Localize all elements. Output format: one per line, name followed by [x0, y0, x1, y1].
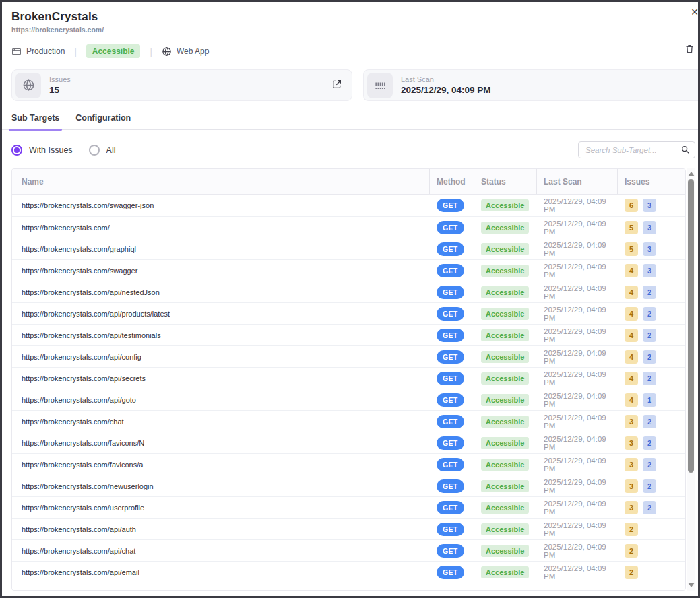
- radio-all-label: All: [106, 145, 116, 155]
- table-row[interactable]: https://brokencrystals.com/newuserlogin …: [12, 475, 685, 496]
- status-badge: Accessible: [481, 394, 529, 406]
- table-row[interactable]: https://brokencrystals.com/api/nestedJso…: [12, 281, 685, 302]
- trash-icon: [685, 44, 695, 54]
- table-row[interactable]: https://brokencrystals.com/chat GET Acce…: [12, 410, 685, 432]
- issues-low-badge: 2: [643, 479, 656, 493]
- method-badge: GET: [437, 242, 464, 256]
- table-row[interactable]: https://brokencrystals.com/swagger-json …: [12, 195, 685, 216]
- delete-target-button[interactable]: [685, 44, 695, 57]
- tab-bar: Sub Targets Configuration: [2, 113, 698, 130]
- table-row[interactable]: https://brokencrystals.com/userprofile G…: [12, 496, 685, 518]
- table-row[interactable]: https://brokencrystals.com/api/chat GET …: [12, 539, 685, 561]
- method-badge: GET: [437, 372, 464, 385]
- last-scan-value: 2025/12/29, 04:09 PM: [537, 543, 618, 559]
- search-input[interactable]: [578, 141, 695, 158]
- issues-high-badge: 4: [625, 329, 638, 342]
- issues-low-badge: 2: [643, 286, 656, 299]
- method-badge: GET: [437, 329, 464, 342]
- last-scan-value: 2025/12/29, 04:09 PM: [537, 284, 618, 300]
- scroll-down-arrow[interactable]: [687, 580, 695, 589]
- radio-selected-icon[interactable]: [11, 145, 22, 156]
- table-scrollbar[interactable]: [687, 168, 695, 591]
- table-row[interactable]: https://brokencrystals.com/swagger GET A…: [12, 259, 685, 281]
- subtarget-url: https://brokencrystals.com/api/config: [12, 353, 430, 361]
- table-row[interactable]: https://brokencrystals.com/api/auth GET …: [12, 518, 685, 539]
- monitor-icon: [11, 46, 22, 57]
- radio-all[interactable]: All: [89, 145, 116, 156]
- subtarget-url: https://brokencrystals.com/newuserlogin: [12, 482, 430, 490]
- table-row[interactable]: https://brokencrystals.com/api/goto GET …: [12, 389, 685, 410]
- issues-high-badge: 4: [625, 307, 638, 321]
- issues-low-badge: 3: [643, 242, 656, 256]
- table-header: Name Method Status Last Scan Issues: [12, 169, 685, 195]
- status-badge: Accessible: [86, 44, 141, 58]
- last-scan-card: Last Scan 2025/12/29, 04:09 PM: [363, 69, 698, 101]
- method-badge: GET: [437, 350, 464, 364]
- table-row[interactable]: https://brokencrystals.com/api/testimoni…: [12, 324, 685, 345]
- issues-icon-box: [15, 73, 41, 98]
- last-scan-value: 2025/12/29, 04:09 PM: [537, 306, 618, 322]
- tab-configuration[interactable]: Configuration: [75, 113, 131, 129]
- divider: |: [150, 46, 152, 57]
- issues-high-badge: 3: [625, 458, 638, 471]
- column-header-method: Method: [430, 169, 474, 194]
- last-scan-value: 2025/12/29, 04:09 PM: [537, 263, 618, 279]
- issues-low-badge: 2: [643, 329, 656, 342]
- table-row[interactable]: https://brokencrystals.com/api/config GE…: [12, 345, 685, 367]
- method-badge: GET: [437, 307, 464, 321]
- issues-high-badge: 3: [625, 436, 638, 450]
- issues-card: Issues 15: [11, 69, 352, 101]
- issues-high-badge: 2: [625, 523, 638, 536]
- method-badge: GET: [437, 523, 464, 536]
- issues-high-badge: 6: [625, 199, 638, 212]
- table-row[interactable]: https://brokencrystals.com/api/email GET…: [12, 561, 685, 583]
- last-scan-value: 2025/12/29, 04:09 PM: [537, 500, 618, 516]
- table-body: https://brokencrystals.com/swagger-json …: [12, 195, 685, 591]
- environment-label: Production: [26, 46, 65, 56]
- last-scan-value: 2025/12/29, 04:09 PM: [537, 241, 618, 257]
- column-header-name: Name: [12, 169, 430, 194]
- method-badge: GET: [437, 264, 464, 277]
- method-badge: GET: [437, 286, 464, 299]
- table-row[interactable]: https://brokencrystals.com/graphiql GET …: [12, 238, 685, 259]
- last-scan-value: 2025/12/29, 04:09 PM: [537, 220, 618, 236]
- table-row[interactable]: https://brokencrystals.com/favicons/a GE…: [12, 453, 685, 475]
- method-badge: GET: [437, 393, 464, 407]
- subtarget-url: https://brokencrystals.com/: [12, 224, 430, 232]
- table-row[interactable]: https://brokencrystals.com/favicons/N GE…: [12, 432, 685, 453]
- scroll-up-arrow[interactable]: [687, 170, 695, 178]
- table-row-partial[interactable]: [12, 583, 685, 591]
- open-issues-button[interactable]: [331, 79, 342, 92]
- scrollbar-thumb[interactable]: [688, 179, 694, 473]
- tab-sub-targets[interactable]: Sub Targets: [11, 113, 59, 129]
- last-scan-value: 2025/12/29, 04:09 PM: [537, 413, 618, 430]
- issues-high-badge: 4: [625, 350, 638, 364]
- status-badge: Accessible: [481, 222, 529, 234]
- subtarget-url: https://brokencrystals.com/graphiql: [12, 245, 430, 253]
- table-row[interactable]: https://brokencrystals.com/ GET Accessib…: [12, 216, 685, 238]
- status-badge: Accessible: [481, 566, 529, 578]
- status-badge: Accessible: [481, 372, 529, 385]
- issues-low-badge: 2: [643, 372, 656, 385]
- last-scan-value: 2025/12/29, 04:09 PM: [537, 478, 618, 494]
- subtarget-url: https://brokencrystals.com/api/testimoni…: [12, 331, 430, 339]
- sub-targets-table: Name Method Status Last Scan Issues http…: [11, 168, 686, 591]
- status-badge: Accessible: [481, 459, 529, 471]
- radio-unselected-icon[interactable]: [89, 145, 100, 156]
- globe-icon: [22, 79, 35, 92]
- status-badge: Accessible: [481, 437, 529, 449]
- status-badge: Accessible: [481, 286, 529, 298]
- radio-with-issues[interactable]: With Issues: [11, 145, 73, 156]
- close-icon[interactable]: ✕: [689, 6, 700, 18]
- search-icon[interactable]: [680, 145, 690, 154]
- subtarget-url: https://brokencrystals.com/api/chat: [12, 547, 430, 555]
- header: BrokenCrystals https://brokencrystals.co…: [2, 2, 698, 58]
- table-row[interactable]: https://brokencrystals.com/api/products/…: [12, 302, 685, 324]
- issues-low-badge: 2: [643, 458, 656, 471]
- table-row[interactable]: https://brokencrystals.com/api/secrets G…: [12, 367, 685, 389]
- last-scan-value: 2025/12/29, 04:09 PM: [537, 349, 618, 365]
- subtarget-url: https://brokencrystals.com/api/secrets: [12, 374, 430, 383]
- method-badge: GET: [437, 436, 464, 450]
- status-badge: Accessible: [481, 502, 529, 514]
- issues-high-badge: 4: [625, 286, 638, 299]
